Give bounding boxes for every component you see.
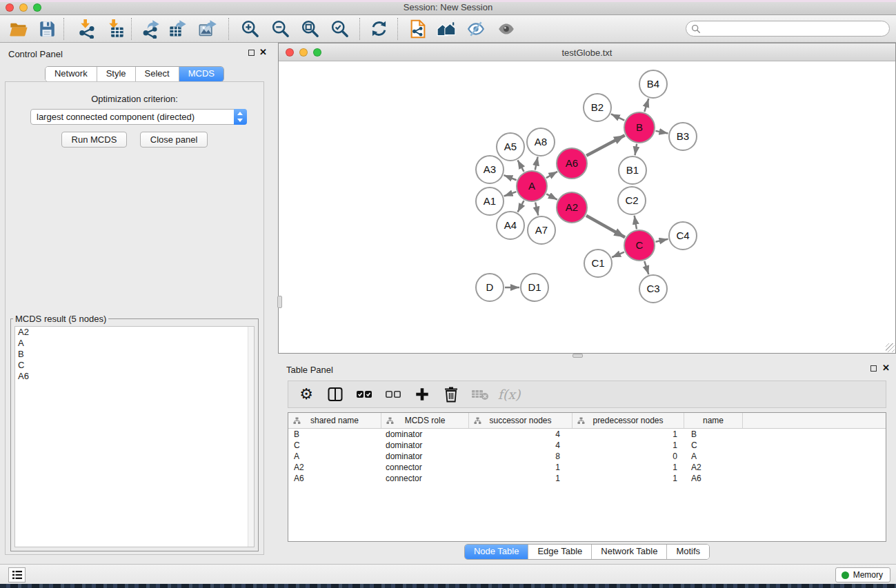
- table-settings-button[interactable]: ⚙: [297, 384, 316, 405]
- graph-edge-B-B2[interactable]: [611, 114, 624, 120]
- delete-table-button[interactable]: [470, 384, 490, 405]
- graph-edge-A-A2[interactable]: [546, 194, 557, 199]
- table-cell[interactable]: C: [684, 440, 743, 450]
- float-panel-button[interactable]: [248, 50, 255, 56]
- float-table-panel-button[interactable]: [870, 365, 877, 372]
- splitter-grip[interactable]: [573, 354, 583, 358]
- task-history-button[interactable]: [8, 567, 26, 582]
- table-cell[interactable]: connector: [381, 474, 469, 483]
- column-header-shared-name[interactable]: shared name: [288, 413, 381, 428]
- graph-edge-A-A4[interactable]: [518, 201, 524, 212]
- tab-select[interactable]: Select: [136, 67, 179, 81]
- graph-edge-A-A6[interactable]: [546, 172, 557, 178]
- deselect-all-button[interactable]: [384, 384, 403, 405]
- close-panel-icon-button[interactable]: ✕: [259, 47, 267, 58]
- graph-edge-A-A1[interactable]: [504, 192, 517, 196]
- criterion-select[interactable]: largest connected component (directed): [30, 109, 247, 125]
- table-row[interactable]: Adominator80A: [288, 451, 886, 462]
- table-cell[interactable]: 1: [573, 463, 684, 472]
- table-cell[interactable]: A2: [288, 463, 381, 472]
- tab-mcds[interactable]: MCDS: [179, 67, 223, 81]
- graph-edge-A6-B[interactable]: [586, 135, 625, 156]
- import-network-button[interactable]: [77, 18, 97, 40]
- zoom-selected-button[interactable]: [329, 18, 350, 40]
- search-input[interactable]: [704, 23, 889, 35]
- tab-network[interactable]: Network: [46, 67, 97, 81]
- graph-edge-A-A3[interactable]: [504, 175, 516, 180]
- table-cell[interactable]: B: [288, 429, 381, 439]
- graph-edge-B-B4[interactable]: [644, 99, 648, 112]
- select-all-button[interactable]: [355, 384, 374, 405]
- graph-edge-B-B3[interactable]: [656, 131, 668, 134]
- column-header-successor-nodes[interactable]: successor nodes: [469, 413, 573, 428]
- show-columns-button[interactable]: [326, 384, 345, 405]
- graph-edge-C-C3[interactable]: [644, 261, 648, 274]
- hide-selected-button[interactable]: [466, 18, 486, 40]
- mcds-result-list[interactable]: A2ABCA6: [14, 326, 255, 547]
- tab-node-table[interactable]: Node Table: [465, 545, 529, 559]
- table-row[interactable]: Bdominator41B: [288, 429, 886, 440]
- import-table-button[interactable]: [105, 18, 126, 40]
- open-session-button[interactable]: [8, 18, 29, 40]
- table-cell[interactable]: 1: [469, 474, 573, 483]
- show-all-button[interactable]: [496, 18, 517, 40]
- refresh-button[interactable]: [368, 18, 389, 40]
- result-item[interactable]: B: [15, 349, 254, 360]
- table-cell[interactable]: 1: [573, 474, 684, 483]
- export-image-button[interactable]: [197, 18, 218, 40]
- result-item[interactable]: A: [15, 338, 254, 349]
- graph-edge-A-A5[interactable]: [518, 160, 524, 172]
- function-builder-button[interactable]: f(x): [499, 384, 519, 405]
- table-cell[interactable]: A6: [288, 474, 381, 483]
- table-cell[interactable]: connector: [381, 463, 469, 472]
- table-cell[interactable]: 4: [469, 440, 573, 450]
- table-cell[interactable]: 1: [573, 429, 684, 439]
- left-splitter-grip[interactable]: [277, 296, 282, 308]
- close-table-panel-button[interactable]: ✕: [882, 363, 890, 374]
- graph-edge-A-A7[interactable]: [535, 202, 538, 215]
- new-network-from-selection-button[interactable]: [408, 18, 428, 40]
- export-table-button[interactable]: [168, 18, 188, 40]
- memory-button[interactable]: Memory: [835, 567, 890, 582]
- column-header-mcds-role[interactable]: MCDS role: [381, 413, 469, 428]
- table-cell[interactable]: dominator: [381, 452, 469, 461]
- table-cell[interactable]: 1: [573, 440, 684, 450]
- tab-edge-table[interactable]: Edge Table: [528, 545, 592, 559]
- home-button[interactable]: [436, 18, 457, 40]
- graph-edge-A2-C[interactable]: [586, 216, 625, 238]
- table-cell[interactable]: B: [684, 429, 743, 439]
- network-canvas[interactable]: AA6A2BCA1A3A4A5A7A8B1B2B3B4C1C2C3C4DD1: [279, 61, 895, 353]
- column-header-predecessor-nodes[interactable]: predecessor nodes: [573, 413, 684, 428]
- table-cell[interactable]: dominator: [381, 440, 469, 450]
- zoom-in-button[interactable]: [239, 18, 260, 40]
- graph-edge-C-C4[interactable]: [655, 239, 668, 242]
- zoom-out-button[interactable]: [270, 18, 290, 40]
- table-cell[interactable]: 4: [469, 429, 573, 439]
- result-item[interactable]: A2: [15, 327, 254, 338]
- table-cell[interactable]: A: [288, 452, 381, 461]
- table-cell[interactable]: dominator: [381, 429, 469, 439]
- table-cell[interactable]: A: [684, 452, 743, 461]
- save-session-button[interactable]: [37, 18, 57, 40]
- result-item[interactable]: A6: [15, 371, 254, 382]
- window-resize-grip[interactable]: [886, 343, 895, 352]
- add-column-button[interactable]: [412, 384, 432, 405]
- table-cell[interactable]: A2: [684, 463, 743, 472]
- result-scrollbar[interactable]: [248, 327, 254, 547]
- delete-columns-button[interactable]: [441, 384, 461, 405]
- table-cell[interactable]: 8: [469, 452, 573, 461]
- search-box[interactable]: [686, 21, 890, 37]
- table-cell[interactable]: C: [288, 440, 381, 450]
- table-cell[interactable]: 1: [469, 463, 573, 472]
- horizontal-splitter[interactable]: [269, 354, 896, 358]
- tab-style[interactable]: Style: [97, 67, 136, 81]
- graph-edge-C-C1[interactable]: [612, 252, 624, 258]
- tab-network-table[interactable]: Network Table: [592, 545, 667, 559]
- close-panel-button[interactable]: Close panel: [140, 132, 208, 148]
- network-graph[interactable]: AA6A2BCA1A3A4A5A7A8B1B2B3B4C1C2C3C4DD1: [279, 61, 895, 353]
- graph-edge-C-C2[interactable]: [635, 216, 637, 230]
- result-item[interactable]: C: [15, 360, 254, 371]
- run-mcds-button[interactable]: Run MCDS: [61, 132, 128, 148]
- graph-edge-B-B1[interactable]: [635, 144, 637, 156]
- table-cell[interactable]: 0: [573, 452, 684, 461]
